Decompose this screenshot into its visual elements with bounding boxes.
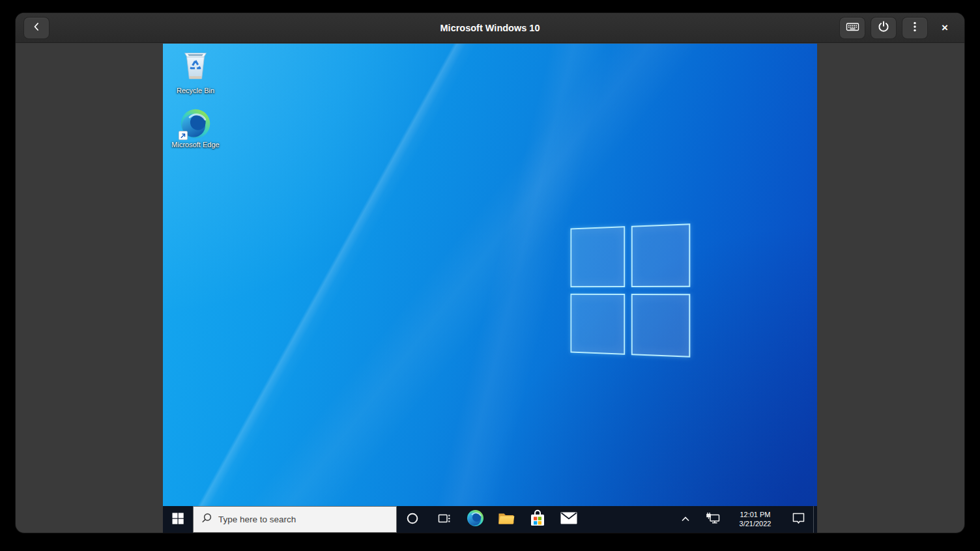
desktop-icons: Recycle Bin: [171, 49, 220, 149]
recycle-bin-icon: [180, 49, 211, 85]
keyboard-shortcuts-button[interactable]: [839, 17, 865, 39]
window-title: Microsoft Windows 10: [440, 23, 540, 33]
microsoft-store-icon: [530, 509, 545, 530]
task-view-icon: [437, 512, 451, 528]
action-center-button[interactable]: [783, 506, 813, 533]
clock-time: 12:01 PM: [740, 511, 770, 520]
logo-pane: [570, 226, 625, 287]
desktop-icon-label: Recycle Bin: [177, 87, 214, 95]
vm-viewer-window: Microsoft Windows 10: [16, 13, 964, 533]
back-button[interactable]: [23, 17, 50, 39]
edge-icon: [467, 509, 484, 530]
shortcut-arrow-icon: [179, 131, 188, 140]
windows-taskbar: 12:01 PM 3/21/2022: [163, 506, 817, 533]
mail-icon: [560, 512, 577, 527]
file-explorer-icon: [498, 511, 515, 528]
search-input[interactable]: [218, 515, 381, 524]
close-button[interactable]: ×: [933, 17, 957, 39]
search-icon: [201, 513, 212, 526]
logo-pane: [631, 223, 691, 287]
keyboard-icon: [846, 20, 859, 36]
start-button[interactable]: [163, 506, 193, 533]
back-icon: [31, 21, 42, 35]
taskbar-search-box[interactable]: [193, 506, 397, 533]
show-desktop-button[interactable]: [813, 506, 817, 533]
desktop-icon-label: Microsoft Edge: [171, 141, 219, 149]
menu-button[interactable]: [902, 17, 928, 39]
power-actions-button[interactable]: [871, 17, 897, 39]
logo-pane: [631, 294, 691, 358]
power-icon: [877, 20, 890, 36]
close-icon: ×: [942, 21, 948, 35]
action-center-icon: [792, 512, 805, 527]
chevron-up-icon: [680, 514, 691, 526]
edge-desktop-icon[interactable]: Microsoft Edge: [171, 108, 220, 149]
network-icon: [706, 512, 721, 527]
headerbar: Microsoft Windows 10: [16, 13, 964, 43]
file-explorer-button[interactable]: [491, 506, 522, 533]
recycle-bin-desktop-icon[interactable]: Recycle Bin: [171, 49, 220, 95]
microsoft-store-button[interactable]: [522, 506, 553, 533]
cortana-icon: [406, 512, 419, 528]
wallpaper-windows-logo: [570, 223, 690, 358]
wallpaper-light-beams: [163, 44, 817, 533]
network-status-button[interactable]: [699, 506, 727, 533]
cortana-button[interactable]: [397, 506, 428, 533]
hidden-icons-chevron-button[interactable]: [672, 506, 699, 533]
windows-start-icon: [172, 513, 184, 527]
logo-pane: [570, 294, 625, 355]
clock-date: 3/21/2022: [740, 520, 771, 529]
edge-taskbar-button[interactable]: [459, 506, 491, 533]
taskbar-empty-area: [584, 506, 672, 533]
kebab-menu-icon: [909, 20, 921, 36]
vm-display[interactable]: Recycle Bin: [163, 44, 817, 533]
mail-button[interactable]: [553, 506, 584, 533]
taskbar-clock[interactable]: 12:01 PM 3/21/2022: [727, 506, 783, 533]
task-view-button[interactable]: [428, 506, 459, 533]
